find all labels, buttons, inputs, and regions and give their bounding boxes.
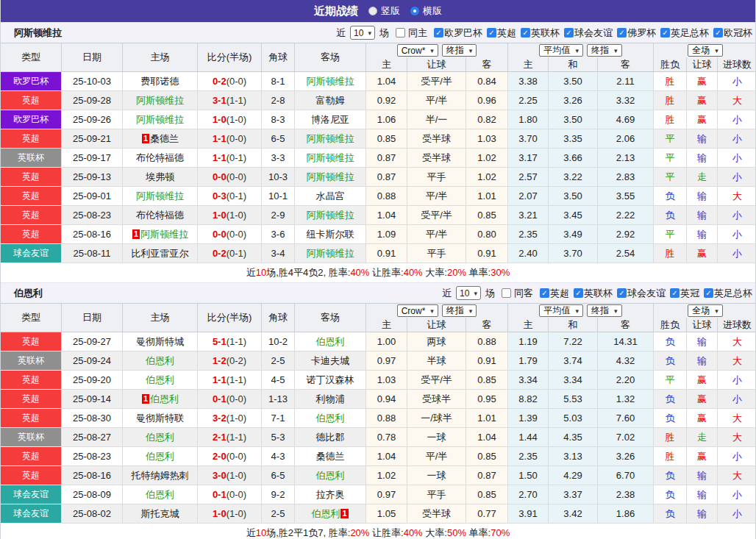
away-team-name[interactable]: 德比郡 bbox=[316, 432, 345, 443]
away-team[interactable]: 水晶宫 bbox=[295, 187, 366, 206]
home-team-name[interactable]: 比利亚雷亚尔 bbox=[132, 248, 189, 259]
away-team-name[interactable]: 桑德兰 bbox=[316, 451, 345, 462]
away-team[interactable]: 阿斯顿维拉 bbox=[295, 168, 366, 187]
away-team-name[interactable]: 阿斯顿维拉 bbox=[307, 171, 354, 182]
home-team[interactable]: 阿斯顿维拉 bbox=[123, 187, 198, 206]
away-team[interactable]: 阿斯顿维拉 bbox=[295, 206, 366, 225]
home-team[interactable]: 曼彻斯特联 bbox=[123, 409, 198, 428]
home-team-name[interactable]: 斯托克城 bbox=[141, 508, 179, 519]
radio-vertical-icon[interactable] bbox=[368, 7, 377, 15]
away-team-name[interactable]: 诺丁汉森林 bbox=[307, 374, 354, 385]
same-away-checkbox[interactable] bbox=[502, 288, 511, 298]
home-team[interactable]: 费耶诺德 bbox=[123, 72, 198, 91]
away-team-name[interactable]: 伯恩利 bbox=[316, 413, 345, 424]
league-checkbox[interactable]: ✓ bbox=[617, 288, 627, 298]
away-team[interactable]: 阿斯顿维拉 bbox=[295, 149, 366, 168]
match-count-select[interactable]: 10 ▾ bbox=[350, 26, 375, 40]
league-checkbox[interactable]: ✓ bbox=[521, 28, 530, 38]
home-team-name[interactable]: 埃弗顿 bbox=[146, 171, 174, 182]
home-team[interactable]: 布伦特福德 bbox=[123, 149, 198, 168]
away-team-name[interactable]: 阿斯顿维拉 bbox=[307, 133, 354, 144]
away-team-name[interactable]: 利物浦 bbox=[316, 393, 345, 404]
home-team-name[interactable]: 布伦特福德 bbox=[136, 152, 184, 163]
away-team-name[interactable]: 伯恩利 bbox=[316, 336, 345, 347]
home-team-name[interactable]: 阿斯顿维拉 bbox=[136, 190, 184, 201]
fulltime-select[interactable]: 全场▾ bbox=[688, 44, 723, 57]
away-team[interactable]: 博洛尼亚 bbox=[295, 110, 366, 129]
home-team-name[interactable]: 阿斯顿维拉 bbox=[136, 95, 184, 106]
home-team[interactable]: 阿斯顿维拉 bbox=[123, 91, 198, 110]
home-team[interactable]: 伯恩利 bbox=[123, 351, 198, 371]
bookmaker-select[interactable]: Crow*▾ bbox=[397, 304, 438, 317]
away-team[interactable]: 阿斯顿维拉 bbox=[295, 72, 366, 91]
home-team-name[interactable]: 伯恩利 bbox=[146, 432, 174, 443]
home-team[interactable]: 埃弗顿 bbox=[123, 168, 198, 187]
fulltime-select[interactable]: 全场▾ bbox=[688, 304, 723, 317]
same-home-checkbox[interactable] bbox=[396, 28, 405, 38]
league-checkbox[interactable]: ✓ bbox=[574, 288, 583, 298]
home-team-name[interactable]: 阿斯顿维拉 bbox=[136, 114, 184, 125]
away-team-name[interactable]: 阿斯顿维拉 bbox=[307, 248, 354, 259]
home-team[interactable]: 伯恩利 bbox=[123, 428, 198, 447]
away-team[interactable]: 阿斯顿维拉 bbox=[295, 244, 366, 263]
away-team-name[interactable]: 阿斯顿维拉 bbox=[307, 152, 354, 163]
home-team[interactable]: 比利亚雷亚尔 bbox=[123, 244, 198, 263]
home-team[interactable]: 1阿斯顿维拉 bbox=[123, 225, 198, 244]
league-checkbox[interactable]: ✓ bbox=[713, 28, 723, 38]
away-team[interactable]: 卡迪夫城 bbox=[295, 351, 366, 371]
home-team-name[interactable]: 布伦特福德 bbox=[136, 210, 184, 221]
home-team[interactable]: 布伦特福德 bbox=[123, 206, 198, 225]
bookmaker-select[interactable]: Crow*▾ bbox=[397, 44, 438, 57]
league-checkbox[interactable]: ✓ bbox=[704, 288, 713, 298]
home-team-name[interactable]: 伯恩利 bbox=[146, 355, 174, 366]
away-team-name[interactable]: 卡迪夫城 bbox=[311, 355, 349, 366]
away-team[interactable]: 桑德兰 bbox=[295, 447, 366, 466]
home-team[interactable]: 1伯恩利 bbox=[123, 390, 198, 409]
away-team-name[interactable]: 拉齐奥 bbox=[316, 489, 345, 500]
league-checkbox[interactable]: ✓ bbox=[617, 28, 627, 38]
league-checkbox[interactable]: ✓ bbox=[540, 288, 549, 298]
away-team[interactable]: 伯恩利 bbox=[295, 466, 366, 485]
league-checkbox[interactable]: ✓ bbox=[660, 28, 670, 38]
away-team[interactable]: 利物浦 bbox=[295, 390, 366, 409]
home-team-name[interactable]: 伯恩利 bbox=[150, 393, 179, 404]
match-count-select[interactable]: 10 ▾ bbox=[456, 286, 481, 300]
average-select[interactable]: 平均值▾ bbox=[539, 44, 583, 57]
away-team-name[interactable]: 纽卡斯尔联 bbox=[307, 229, 354, 240]
away-team[interactable]: 伯恩利 bbox=[295, 332, 366, 351]
away-team[interactable]: 诺丁汉森林 bbox=[295, 371, 366, 390]
home-team-name[interactable]: 伯恩利 bbox=[146, 374, 174, 385]
final-odds-select-2[interactable]: 终指▾ bbox=[587, 44, 622, 57]
league-checkbox[interactable]: ✓ bbox=[487, 28, 496, 38]
home-team[interactable]: 伯恩利 bbox=[123, 485, 198, 504]
home-team[interactable]: 曼彻斯特城 bbox=[123, 332, 198, 351]
league-checkbox[interactable]: ✓ bbox=[564, 28, 574, 38]
final-odds-select[interactable]: 终指▾ bbox=[442, 44, 477, 57]
home-team[interactable]: 伯恩利 bbox=[123, 371, 198, 390]
home-team[interactable]: 1桑德兰 bbox=[123, 129, 198, 149]
away-team-name[interactable]: 阿斯顿维拉 bbox=[307, 210, 354, 221]
home-team-name[interactable]: 曼彻斯特联 bbox=[136, 413, 184, 424]
away-team[interactable]: 阿斯顿维拉 bbox=[295, 129, 366, 149]
away-team-name[interactable]: 富勒姆 bbox=[316, 95, 345, 106]
away-team[interactable]: 伯恩利 bbox=[295, 409, 366, 428]
away-team-name[interactable]: 水晶宫 bbox=[316, 190, 345, 201]
away-team[interactable]: 富勒姆 bbox=[295, 91, 366, 110]
radio-horizontal-icon[interactable] bbox=[410, 7, 419, 15]
away-team[interactable]: 拉齐奥 bbox=[295, 485, 366, 504]
average-select[interactable]: 平均值▾ bbox=[539, 304, 583, 317]
home-team-name[interactable]: 伯恩利 bbox=[146, 451, 174, 462]
home-team[interactable]: 阿斯顿维拉 bbox=[123, 110, 198, 129]
away-team-name[interactable]: 伯恩利 bbox=[316, 470, 345, 481]
league-checkbox[interactable]: ✓ bbox=[434, 28, 443, 38]
away-team-name[interactable]: 博洛尼亚 bbox=[311, 114, 349, 125]
final-odds-select-2[interactable]: 终指▾ bbox=[587, 304, 622, 317]
final-odds-select[interactable]: 终指▾ bbox=[442, 304, 477, 317]
home-team-name[interactable]: 伯恩利 bbox=[146, 489, 174, 500]
away-team[interactable]: 伯恩利1 bbox=[295, 504, 366, 524]
away-team[interactable]: 纽卡斯尔联 bbox=[295, 225, 366, 244]
home-team-name[interactable]: 阿斯顿维拉 bbox=[140, 229, 188, 240]
home-team-name[interactable]: 费耶诺德 bbox=[141, 76, 179, 87]
home-team[interactable]: 伯恩利 bbox=[123, 447, 198, 466]
home-team-name[interactable]: 托特纳姆热刺 bbox=[132, 470, 189, 481]
